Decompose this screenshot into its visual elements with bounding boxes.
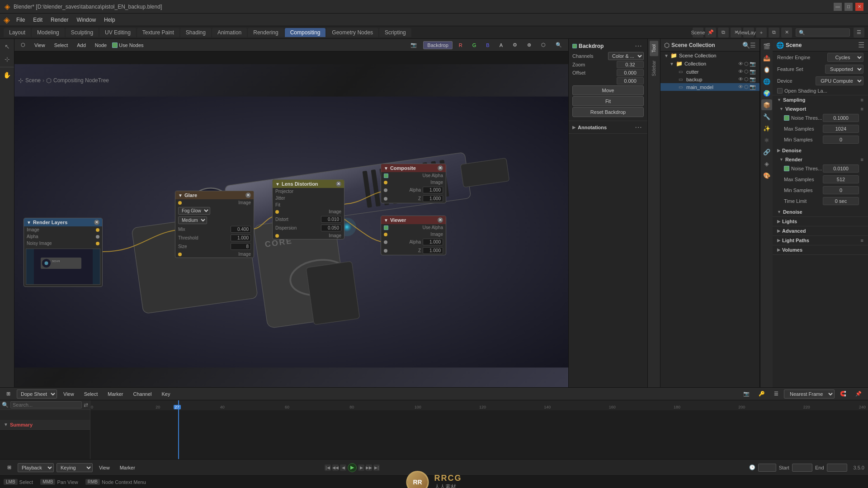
- min-samples-render-val[interactable]: 0: [823, 186, 859, 194]
- sidebar-tool-tweak[interactable]: ⊹: [1, 53, 13, 65]
- rgb-r[interactable]: R: [455, 42, 466, 49]
- render-props-icon[interactable]: 🎬: [761, 41, 772, 52]
- time-limit-val[interactable]: 0 sec: [823, 197, 859, 205]
- outline-item-collection[interactable]: ▼ 📁 Collection 👁 ⬡ 📷: [660, 60, 760, 68]
- dopesheet-key[interactable]: Key: [158, 390, 174, 398]
- tab-geometry-nodes[interactable]: Geometry Nodes: [326, 28, 378, 37]
- tab-animation[interactable]: Animation: [212, 28, 247, 37]
- object-props-icon[interactable]: 📦: [761, 99, 772, 110]
- noise-threshold-check[interactable]: [784, 115, 789, 121]
- advanced-collapse[interactable]: ▶ Advanced: [773, 226, 868, 235]
- dopesheet-view[interactable]: View: [60, 390, 78, 398]
- denoise-render-collapse[interactable]: ▼ Denoise: [777, 208, 863, 216]
- glare-quality-select[interactable]: Medium: [178, 216, 207, 224]
- backdrop-btn[interactable]: Backdrop: [423, 41, 452, 49]
- annotations-options[interactable]: ⋯: [633, 123, 644, 131]
- frame-marker-next[interactable]: ▶|: [373, 465, 380, 471]
- particles-props-icon[interactable]: ✨: [761, 123, 772, 134]
- viewport-collapse[interactable]: ▼ Viewport ≡: [779, 105, 863, 113]
- channel-search-input[interactable]: [10, 401, 82, 408]
- data-props-icon[interactable]: ◈: [761, 158, 772, 169]
- backdrop-options[interactable]: ⋯: [633, 42, 644, 50]
- view-menu[interactable]: View: [31, 42, 49, 49]
- constraints-props-icon[interactable]: 🔗: [761, 146, 772, 157]
- camera-icon[interactable]: 📷: [407, 41, 420, 49]
- tab-layout[interactable]: Layout: [4, 28, 31, 37]
- editor-type-btn[interactable]: ⬡: [17, 41, 29, 49]
- playback-view-btn[interactable]: View: [95, 464, 113, 471]
- dopesheet-marker[interactable]: Marker: [104, 390, 127, 398]
- dopesheet-key2[interactable]: 🔑: [755, 390, 769, 398]
- viewer-close[interactable]: ✕: [438, 217, 443, 223]
- play-button[interactable]: ▶: [348, 463, 357, 472]
- scene-selector[interactable]: Scene: [693, 28, 703, 38]
- select-menu[interactable]: Select: [51, 42, 72, 49]
- noise-threshold-val[interactable]: 0.1000: [823, 114, 859, 122]
- dopesheet-filter[interactable]: ☰: [770, 390, 782, 398]
- rgb-b[interactable]: B: [482, 42, 493, 49]
- next-frame[interactable]: ▶: [358, 465, 364, 471]
- tab-sculpting[interactable]: Sculpting: [66, 28, 99, 37]
- composite-use-alpha-check[interactable]: [384, 174, 388, 178]
- properties-filter[interactable]: ☰: [858, 41, 864, 49]
- zoom-icon[interactable]: 🔍: [552, 41, 566, 49]
- offset-x-value[interactable]: 0.000: [617, 69, 644, 76]
- playback-select[interactable]: Playback: [18, 463, 54, 472]
- max-samples-render-val[interactable]: 512: [823, 175, 859, 183]
- end-frame-input[interactable]: 250: [827, 464, 847, 472]
- tab-scripting[interactable]: Scripting: [379, 28, 411, 37]
- scene-props-icon[interactable]: 🌐: [761, 76, 772, 87]
- render-layers-close[interactable]: ✕: [94, 220, 99, 225]
- dopesheet-channel[interactable]: Channel: [129, 390, 155, 398]
- dopesheet-select[interactable]: Select: [80, 390, 102, 398]
- tab-uv-editing[interactable]: UV Editing: [99, 28, 136, 37]
- menu-window[interactable]: Window: [73, 15, 99, 24]
- dopesheet-type-btn[interactable]: ⊞: [3, 390, 14, 398]
- outline-item-scene-collection[interactable]: ▼ 📁 Scene Collection: [660, 52, 760, 60]
- sampling-collapse[interactable]: ▼ Sampling ≡: [773, 95, 868, 104]
- dopesheet-pin[interactable]: 📌: [852, 390, 865, 398]
- playback-marker-btn[interactable]: Marker: [116, 464, 139, 471]
- fit-button[interactable]: Fit: [572, 96, 644, 106]
- frame-marker-prev[interactable]: |◀: [325, 465, 331, 471]
- outline-item-backup[interactable]: ▭ backup 👁 ⬡ 📷: [660, 75, 760, 83]
- render-collapse[interactable]: ▼ Render ≡: [779, 156, 863, 163]
- outline-item-cutter[interactable]: ▭ cutter 👁 ⬡ 📷: [660, 68, 760, 75]
- rsidebar-sidebar-tab[interactable]: Sidebar: [650, 57, 658, 80]
- outline-item-main-model[interactable]: ▭ main_model 👁 ⬡ 📷: [660, 83, 760, 91]
- viewlayer-selector[interactable]: ViewLayer: [743, 28, 754, 38]
- offset-y-value[interactable]: 0.000: [617, 77, 644, 84]
- filter-icon[interactable]: ☰: [854, 28, 864, 38]
- light-paths-collapse[interactable]: ▶ Light Paths ≡: [773, 236, 868, 245]
- max-samples-viewport-val[interactable]: 1024: [823, 125, 859, 133]
- material-props-icon[interactable]: 🎨: [761, 170, 772, 181]
- close-button[interactable]: ✕: [855, 3, 863, 11]
- glare-close[interactable]: ✕: [245, 192, 251, 198]
- maximize-button[interactable]: □: [844, 3, 853, 11]
- playback-type-btn[interactable]: ⊞: [4, 464, 15, 471]
- rgb-a[interactable]: A: [496, 42, 506, 49]
- sidebar-tool-hand[interactable]: ✋: [1, 69, 13, 81]
- menu-file[interactable]: File: [13, 15, 28, 24]
- backdrop-enable-check[interactable]: [572, 44, 577, 48]
- physics-props-icon[interactable]: ⚛: [761, 135, 772, 145]
- dopesheet-snap[interactable]: 🧲: [836, 390, 850, 398]
- volumes-collapse[interactable]: ▶ Volumes: [773, 245, 868, 254]
- open-shading-check[interactable]: [777, 88, 783, 94]
- viewlayer-add[interactable]: +: [756, 28, 767, 38]
- sidebar-tool-select[interactable]: ↖: [1, 41, 13, 52]
- keying-select[interactable]: Keying: [57, 463, 93, 472]
- outline-filter[interactable]: ☰: [750, 42, 756, 49]
- tab-rendering[interactable]: Rendering: [248, 28, 283, 37]
- zoom-value[interactable]: 0.32: [617, 61, 644, 68]
- outline-search[interactable]: 🔍: [742, 42, 750, 49]
- view-layer-props-icon[interactable]: 🪞: [761, 64, 772, 75]
- add-menu[interactable]: Add: [73, 42, 90, 49]
- rgb-g[interactable]: G: [469, 42, 480, 49]
- viewlayer-close[interactable]: ✕: [781, 28, 792, 38]
- device-select[interactable]: GPU Compute: [816, 76, 863, 85]
- noise-threshold-render-check[interactable]: [784, 166, 789, 171]
- menu-render[interactable]: Render: [47, 15, 72, 24]
- feature-set-select[interactable]: Supported: [825, 65, 863, 74]
- move-button[interactable]: Move: [572, 85, 644, 95]
